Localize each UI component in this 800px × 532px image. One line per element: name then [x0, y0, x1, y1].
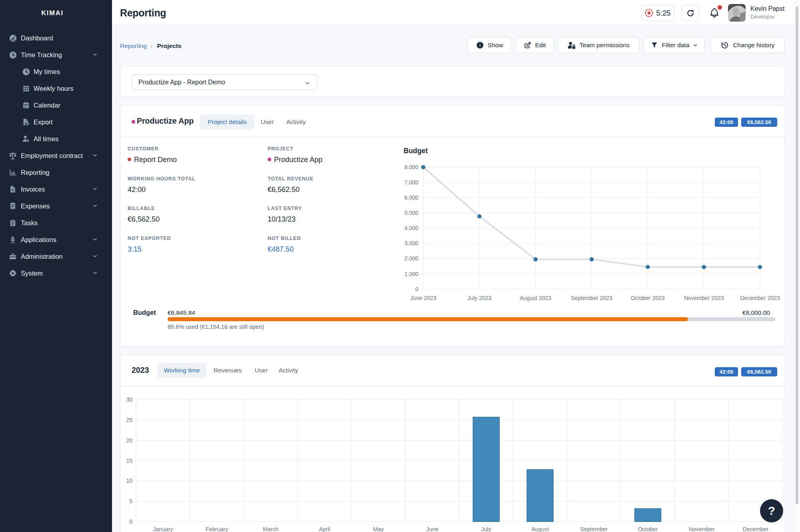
svg-text:5.000: 5.000 — [404, 210, 418, 216]
svg-text:April: April — [319, 526, 330, 532]
svg-text:3.000: 3.000 — [404, 240, 418, 246]
svg-text:25: 25 — [126, 417, 132, 423]
svg-text:February: February — [206, 526, 228, 532]
svg-text:August 2023: August 2023 — [520, 295, 551, 301]
svg-text:March: March — [263, 526, 278, 532]
svg-text:September 2023: September 2023 — [571, 295, 612, 301]
svg-text:4.000: 4.000 — [404, 225, 418, 231]
svg-text:November 2023: November 2023 — [684, 295, 724, 301]
svg-text:September: September — [580, 526, 608, 532]
svg-text:July 2023: July 2023 — [468, 295, 492, 301]
svg-text:15: 15 — [126, 458, 132, 464]
svg-text:January: January — [153, 526, 173, 532]
svg-text:0: 0 — [129, 518, 132, 525]
svg-text:0: 0 — [415, 286, 418, 292]
svg-text:November: November — [689, 526, 715, 532]
svg-text:7.000: 7.000 — [404, 179, 418, 186]
svg-text:December: December — [743, 526, 769, 532]
svg-text:October: October — [638, 526, 658, 532]
svg-text:October 2023: October 2023 — [631, 295, 665, 301]
svg-text:2.000: 2.000 — [404, 255, 418, 262]
svg-text:5: 5 — [129, 498, 132, 504]
svg-text:August: August — [531, 526, 549, 532]
svg-text:10: 10 — [126, 478, 132, 484]
svg-text:20: 20 — [126, 437, 132, 444]
svg-text:December 2023: December 2023 — [740, 295, 780, 301]
svg-text:May: May — [373, 526, 384, 532]
svg-text:8.000: 8.000 — [404, 164, 418, 170]
svg-text:6.000: 6.000 — [404, 194, 418, 201]
svg-text:June: June — [426, 526, 439, 532]
svg-text:Budget: Budget — [404, 147, 428, 155]
svg-text:July: July — [481, 526, 491, 532]
svg-text:June 2023: June 2023 — [410, 295, 436, 301]
svg-text:30: 30 — [126, 396, 132, 403]
svg-text:1.000: 1.000 — [404, 271, 418, 277]
